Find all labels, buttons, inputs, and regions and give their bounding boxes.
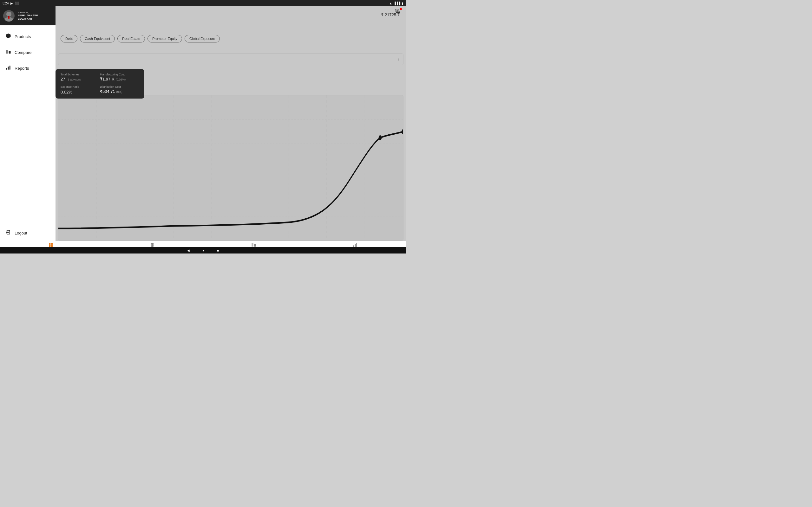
chip-debt[interactable]: Debt <box>61 35 78 43</box>
distribution-cost-sub: (0%) <box>116 90 122 94</box>
recent-button[interactable]: ■ <box>217 249 219 252</box>
svg-rect-8 <box>9 66 10 70</box>
chart-point-2 <box>402 129 403 134</box>
distribution-cost-value: ₹534.71 <box>100 89 115 94</box>
manufacturing-cost-stat: Manufacturing Cost ₹1.97 K (0.02%) <box>100 73 139 81</box>
sidebar-item-compare[interactable]: Compare <box>0 44 55 60</box>
compare-icon <box>5 49 11 56</box>
svg-rect-26 <box>49 245 50 246</box>
logout-label: Logout <box>14 231 27 235</box>
total-schemes-value: 27 <box>61 77 65 81</box>
home-button[interactable]: ● <box>202 249 204 252</box>
svg-rect-32 <box>356 243 357 246</box>
manufacturing-cost-label: Manufacturing Cost <box>100 73 139 76</box>
svg-point-0 <box>6 12 11 17</box>
main-content: Nift ₹ 21725.7 Debt Cash Equivalent Real… <box>55 6 406 241</box>
svg-rect-6 <box>6 68 7 70</box>
sidebar-nav: Products Compare Reports <box>0 25 55 225</box>
sidebar-reports-label: Reports <box>14 66 29 71</box>
advisors-value: 3 advisors <box>67 78 81 81</box>
expense-ratio-value: 0.02% <box>61 90 72 95</box>
signal-icon: ▐▐▐ <box>394 2 400 5</box>
chip-global-exposure[interactable]: Global Exposure <box>185 35 220 43</box>
sidebar: Welcome, NIKHIL GANESH GOLATKAR Products… <box>0 6 55 241</box>
chip-cash-equivalent[interactable]: Cash Equivalent <box>80 35 115 43</box>
chart-area <box>58 95 403 241</box>
svg-rect-27 <box>51 245 53 246</box>
layers-icon <box>5 33 11 40</box>
svg-rect-29 <box>254 244 256 246</box>
chevron-right-icon[interactable]: › <box>398 56 399 62</box>
sidebar-item-reports[interactable]: Reports <box>0 60 55 76</box>
svg-rect-30 <box>353 245 354 247</box>
back-button[interactable]: ◀ <box>187 249 190 252</box>
total-schemes-label: Total Schemes <box>61 73 100 76</box>
manufacturing-cost-sub: (0.02%) <box>116 78 126 81</box>
svg-rect-4 <box>6 50 8 54</box>
reports-icon <box>5 65 11 72</box>
wifi-icon: ▲ <box>389 2 392 5</box>
sidebar-user-info: Welcome, NIKHIL GANESH GOLATKAR <box>18 11 52 20</box>
status-bar: 3:24 ▶ ⬛ ▲ ▐▐▐ ▮ <box>0 0 406 6</box>
svg-rect-31 <box>355 244 356 247</box>
expense-ratio-label: Expense Ratio <box>61 85 100 89</box>
logout-button[interactable]: Logout <box>0 225 55 241</box>
sidebar-item-products[interactable]: Products <box>0 29 55 44</box>
expense-ratio-stat: Expense Ratio 0.02% <box>61 85 100 95</box>
chart-svg <box>58 95 403 240</box>
sidebar-products-label: Products <box>14 34 31 39</box>
sidebar-header: Welcome, NIKHIL GANESH GOLATKAR <box>0 6 55 25</box>
svg-rect-24 <box>49 243 50 245</box>
svg-rect-25 <box>51 243 53 245</box>
sidebar-username: NIKHIL GANESH GOLATKAR <box>18 14 52 20</box>
distribution-cost-stat: Distribution Cost ₹534.71 (0%) <box>100 85 139 95</box>
avatar <box>3 10 14 21</box>
svg-rect-7 <box>8 66 9 70</box>
notification-badge <box>400 8 402 10</box>
logout-icon <box>5 229 11 236</box>
manufacturing-cost-value: ₹1.97 K <box>100 77 114 81</box>
svg-rect-5 <box>9 51 11 54</box>
status-bar-left: 3:24 ▶ ⬛ <box>3 2 19 5</box>
chart-point-1 <box>379 135 382 140</box>
chip-promoter-equity[interactable]: Promoter Equity <box>148 35 182 43</box>
sidebar-compare-label: Compare <box>14 50 32 55</box>
chip-real-estate[interactable]: Real Estate <box>117 35 145 43</box>
svg-point-10 <box>398 12 399 13</box>
play-icon: ▶ <box>10 2 13 5</box>
svg-rect-28 <box>252 243 253 246</box>
time-display: 3:24 <box>3 2 9 5</box>
android-nav: ◀ ● ■ <box>0 247 406 253</box>
filter-chips-row: Debt Cash Equivalent Real Estate Promote… <box>55 35 406 43</box>
screenshot-icon: ⬛ <box>15 2 19 5</box>
sidebar-welcome: Welcome, <box>18 11 52 14</box>
stats-box: Total Schemes 27 3 advisors Manufacturin… <box>55 69 144 99</box>
battery-icon: ▮ <box>402 2 403 5</box>
svg-point-9 <box>397 10 398 11</box>
total-schemes-stat: Total Schemes 27 3 advisors <box>61 73 100 81</box>
distribution-cost-label: Distribution Cost <box>100 85 139 89</box>
status-bar-right: ▲ ▐▐▐ ▮ <box>389 2 403 5</box>
info-card: › <box>58 53 403 65</box>
notification-wrapper[interactable] <box>395 9 401 16</box>
